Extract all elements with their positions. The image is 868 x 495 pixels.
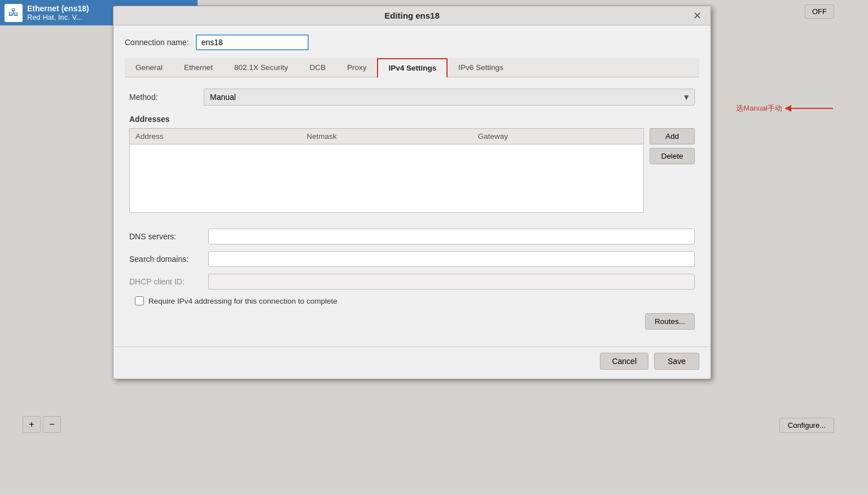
require-ipv4-row: Require IPv4 addressing for this connect…: [135, 296, 695, 305]
off-button[interactable]: OFF: [805, 5, 834, 19]
method-select[interactable]: Automatic (DHCP) Manual Link-Local Only …: [204, 89, 695, 106]
dialog-body: Connection name: General Ethernet 802.1X…: [113, 25, 711, 347]
tab-dcb[interactable]: DCB: [299, 58, 336, 77]
routes-row: Routes...: [129, 313, 695, 330]
address-column-header: Address: [130, 129, 301, 144]
plus-minus-bar: + −: [23, 416, 61, 433]
delete-address-button[interactable]: Delete: [650, 148, 695, 164]
addresses-section-title: Addresses: [129, 115, 695, 124]
editing-dialog: Editing ens18 ✕ Connection name: General…: [113, 6, 711, 379]
tab-ipv6-settings[interactable]: IPv6 Settings: [448, 58, 514, 77]
dns-servers-label: DNS servers:: [129, 232, 203, 241]
search-domains-input[interactable]: [208, 251, 695, 267]
connection-name-label: Connection name:: [125, 38, 189, 47]
method-row: Method: Automatic (DHCP) Manual Link-Loc…: [129, 89, 695, 106]
addresses-row: Address Netmask Gateway Add Delete: [129, 128, 695, 221]
dns-servers-input[interactable]: [208, 229, 695, 244]
ipv4-content: Method: Automatic (DHCP) Manual Link-Loc…: [125, 86, 699, 338]
gateway-column-header: Gateway: [472, 129, 643, 144]
tab-ipv4-settings[interactable]: IPv4 Settings: [377, 58, 448, 78]
tab-ethernet[interactable]: Ethernet: [173, 58, 223, 77]
require-ipv4-checkbox[interactable]: [135, 296, 144, 305]
addresses-table: Address Netmask Gateway: [129, 128, 644, 221]
add-address-button[interactable]: Add: [650, 128, 695, 144]
remove-connection-button[interactable]: −: [43, 416, 61, 433]
table-buttons: Add Delete: [650, 128, 695, 164]
addresses-header: Address Netmask Gateway: [130, 129, 643, 144]
require-ipv4-label: Require IPv4 addressing for this connect…: [148, 297, 337, 305]
ethernet-title: Ethernet (ens18): [27, 4, 89, 13]
dhcp-client-id-input[interactable]: [208, 274, 695, 290]
addresses-table-container: Address Netmask Gateway: [129, 128, 644, 213]
tab-8021x-security[interactable]: 802.1X Security: [223, 58, 299, 77]
top-bar-text: Ethernet (ens18) Red Hat, Inc. V...: [27, 4, 89, 21]
dialog-title: Editing ens18: [384, 11, 440, 20]
tab-general[interactable]: General: [125, 58, 173, 77]
ethernet-icon: 🖧: [5, 4, 23, 22]
dhcp-client-id-label: DHCP client ID:: [129, 277, 203, 286]
dialog-titlebar: Editing ens18 ✕: [113, 6, 711, 25]
dns-servers-row: DNS servers:: [129, 229, 695, 244]
search-domains-row: Search domains:: [129, 251, 695, 267]
dhcp-client-id-row: DHCP client ID:: [129, 274, 695, 290]
save-button[interactable]: Save: [654, 353, 699, 370]
connection-name-row: Connection name:: [125, 34, 699, 50]
cancel-button[interactable]: Cancel: [600, 353, 648, 370]
addresses-body[interactable]: [130, 144, 643, 212]
dialog-close-button[interactable]: ✕: [690, 8, 705, 23]
netmask-column-header: Netmask: [301, 129, 472, 144]
search-domains-label: Search domains:: [129, 255, 203, 264]
add-connection-button[interactable]: +: [23, 416, 41, 433]
routes-button[interactable]: Routes...: [645, 313, 695, 330]
configure-button[interactable]: Configure...: [779, 418, 834, 433]
ethernet-subtitle: Red Hat, Inc. V...: [27, 13, 89, 21]
method-select-wrapper: Automatic (DHCP) Manual Link-Local Only …: [204, 89, 695, 106]
dialog-footer: Cancel Save: [113, 347, 711, 379]
tabs-row: General Ethernet 802.1X Security DCB Pro…: [125, 58, 699, 77]
connection-name-input[interactable]: [196, 34, 309, 50]
tab-proxy[interactable]: Proxy: [336, 58, 378, 77]
method-label: Method:: [129, 93, 197, 102]
